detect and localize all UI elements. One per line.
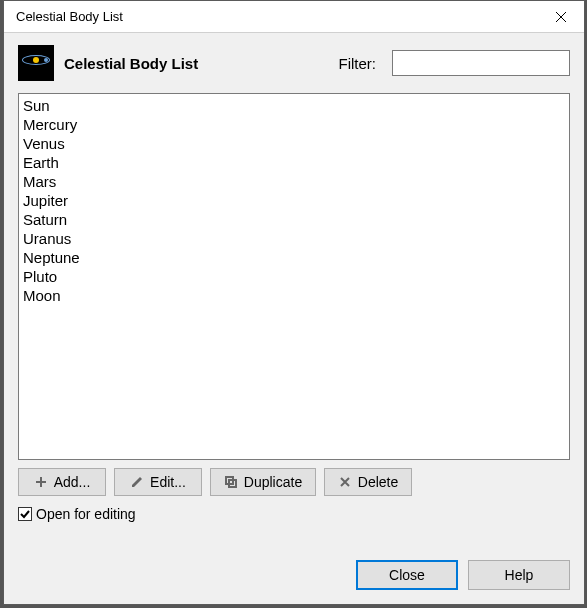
titlebar: Celestial Body List: [4, 1, 584, 33]
list-item[interactable]: Neptune: [23, 248, 565, 267]
header-row: Celestial Body List Filter:: [18, 45, 570, 81]
list-item[interactable]: Sun: [23, 96, 565, 115]
app-icon: [18, 45, 54, 81]
list-item[interactable]: Venus: [23, 134, 565, 153]
edit-label: Edit...: [150, 474, 186, 490]
list-item[interactable]: Jupiter: [23, 191, 565, 210]
open-for-editing-label: Open for editing: [36, 506, 136, 522]
list-item[interactable]: Pluto: [23, 267, 565, 286]
list-item[interactable]: Saturn: [23, 210, 565, 229]
open-for-editing-checkbox[interactable]: [18, 507, 32, 521]
add-label: Add...: [54, 474, 91, 490]
footer-buttons: Close Help: [18, 560, 570, 590]
list-item[interactable]: Mars: [23, 172, 565, 191]
dialog-window: Celestial Body List Celestial Body List …: [3, 0, 585, 605]
add-button[interactable]: Add...: [18, 468, 106, 496]
duplicate-button[interactable]: Duplicate: [210, 468, 316, 496]
help-label: Help: [505, 567, 534, 583]
edit-button[interactable]: Edit...: [114, 468, 202, 496]
plus-icon: [34, 475, 48, 489]
toolbar: Add... Edit... Duplicate Delete: [18, 468, 570, 496]
window-title: Celestial Body List: [4, 9, 538, 24]
delete-button[interactable]: Delete: [324, 468, 412, 496]
list-item[interactable]: Earth: [23, 153, 565, 172]
pencil-icon: [130, 475, 144, 489]
check-icon: [20, 509, 30, 519]
list-item[interactable]: Moon: [23, 286, 565, 305]
close-button[interactable]: Close: [356, 560, 458, 590]
page-title: Celestial Body List: [64, 55, 198, 72]
open-for-editing-row: Open for editing: [18, 506, 570, 522]
celestial-body-listbox[interactable]: Sun Mercury Venus Earth Mars Jupiter Sat…: [18, 93, 570, 460]
filter-input[interactable]: [392, 50, 570, 76]
list-item[interactable]: Mercury: [23, 115, 565, 134]
list-item[interactable]: Uranus: [23, 229, 565, 248]
filter-label: Filter:: [339, 55, 383, 72]
duplicate-label: Duplicate: [244, 474, 302, 490]
x-icon: [338, 475, 352, 489]
duplicate-icon: [224, 475, 238, 489]
help-button[interactable]: Help: [468, 560, 570, 590]
close-label: Close: [389, 567, 425, 583]
client-area: Celestial Body List Filter: Sun Mercury …: [4, 33, 584, 604]
close-icon: [555, 11, 567, 23]
close-window-button[interactable]: [538, 1, 584, 33]
delete-label: Delete: [358, 474, 398, 490]
